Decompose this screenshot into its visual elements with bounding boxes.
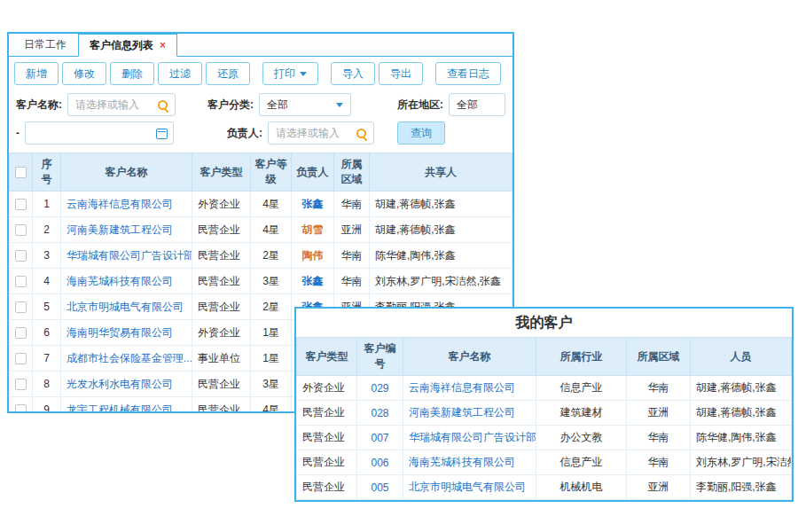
export-button[interactable]: 导出 [379,62,423,85]
table-row: 4海南芜城科技有限公司民营企业3星张鑫华南刘东林,罗广明,宋洁然,张鑫 [10,269,512,294]
row-checkbox[interactable] [15,327,27,339]
row-checkbox[interactable] [15,404,27,413]
cell-customer-code[interactable]: 007 [357,426,403,450]
cell-region: 亚洲 [627,401,691,426]
select-all-checkbox[interactable] [15,167,27,178]
button-label: 还原 [217,66,239,82]
cell-customer-name[interactable]: 海南芜城科技有限公司 [403,450,536,475]
button-label: 过滤 [169,66,191,82]
cell-customer-name[interactable]: 华瑞城有限公司广告设计部 [403,426,536,450]
cell-owner[interactable]: 胡雪 [292,217,334,243]
date-range-separator: - [16,127,20,139]
edit-button[interactable]: 修改 [62,62,106,85]
row-checkbox[interactable] [15,379,27,390]
cell-customer-name[interactable]: 海南芜城科技有限公司 [61,269,192,294]
row-checkbox[interactable] [15,301,27,313]
region-select[interactable]: 全部 [449,93,505,116]
cell-level: 2星 [251,243,292,269]
cell-customer-code[interactable]: 005 [357,475,403,500]
select-all-cell [10,153,33,192]
cell-level: 4星 [251,192,292,217]
table-row: 外资企业029云南海祥信息有限公司信息产业华南胡建,蒋德帧,张鑫 [297,376,792,401]
column-header: 人员 [691,338,792,376]
cell-customer-name[interactable]: 海南明华贸易有限公司 [61,320,192,346]
print-button[interactable]: 打印 [262,62,318,85]
toolbar: 新增 修改 删除 过滤 还原 打印 导入 导出 查看日志 [9,57,512,90]
cell-customer-name[interactable]: 河南美新建筑工程公司 [61,217,192,243]
category-label: 客户分类: [207,98,254,113]
add-button[interactable]: 新增 [14,62,59,85]
cell-industry: 机械机电 [536,475,627,500]
cell-index: 5 [33,294,61,320]
cell-level: 4星 [251,397,292,414]
calendar-icon[interactable] [156,129,168,139]
cell-owner[interactable]: 张鑫 [292,269,334,294]
close-icon[interactable]: × [160,40,166,51]
tab-daily-work[interactable]: 日常工作 [12,34,78,56]
query-button[interactable]: 查询 [397,121,445,145]
row-checkbox[interactable] [15,250,27,262]
cell-index: 6 [33,320,61,346]
table-row: 民营企业006海南芜城科技有限公司信息产业华南刘东林,罗广明,宋洁然... [297,450,792,475]
column-header: 所属区域 [334,153,370,192]
cell-shared: 胡建,蒋德帧,张鑫 [370,192,512,217]
table-row: 1云南海祥信息有限公司外资企业4星张鑫华南胡建,蒋德帧,张鑫 [10,192,512,217]
row-checkbox-cell [10,243,33,269]
table-row: 民营企业005北京市明城电气有限公司机械机电亚洲李勤丽,阳强,张鑫 [297,475,792,500]
table-row: 3华瑞城有限公司广告设计部民营企业2星陶伟华南陈华健,陶伟,张鑫 [10,243,512,269]
customer-name-input[interactable] [75,98,155,111]
cell-customer-name[interactable]: 云南海祥信息有限公司 [403,376,536,401]
chevron-down-icon [336,103,343,107]
column-header: 序号 [33,153,61,192]
cell-customer-type: 民营企业 [297,475,357,500]
row-checkbox[interactable] [15,276,27,287]
cell-customer-name[interactable]: 云南海祥信息有限公司 [61,192,192,217]
button-label: 删除 [121,66,143,82]
cell-customer-name[interactable]: 北京市明城电气有限公司 [61,294,192,320]
cell-customer-name[interactable]: 华瑞城有限公司广告设计部 [61,243,192,269]
cell-owner[interactable]: 陶伟 [292,243,334,269]
cell-customer-name[interactable]: 光发水利水电有限公司 [61,372,192,397]
owner-input[interactable] [276,127,354,139]
cell-customer-code[interactable]: 029 [357,376,403,401]
cell-owner[interactable]: 张鑫 [292,192,334,217]
filter-button[interactable]: 过滤 [158,62,202,85]
row-checkbox-cell [10,346,33,372]
table-row: 2河南美新建筑工程公司民营企业4星胡雪亚洲胡建,蒋德帧,张鑫 [10,217,512,243]
cell-customer-name[interactable]: 河南美新建筑工程公司 [403,401,536,426]
date-input[interactable] [33,127,153,139]
view-log-button[interactable]: 查看日志 [435,62,501,85]
cell-customer-type: 民营企业 [297,401,357,426]
cell-customer-code[interactable]: 006 [357,450,403,475]
my-customers-window: 我的客户 客户类型客户编号客户名称所属行业所属区域人员 外资企业029云南海祥信… [294,307,794,502]
owner-field [268,121,374,145]
cell-index: 8 [33,372,61,397]
cell-customer-code[interactable]: 028 [357,401,403,426]
cell-customer-name[interactable]: 成都市社会保险基金管理... [61,346,192,372]
customer-name-label: 客户名称: [16,98,62,113]
row-checkbox[interactable] [15,199,27,210]
cell-index: 9 [33,397,61,414]
cell-customer-name[interactable]: 龙宇工程机械有限公司 [61,397,192,414]
import-button[interactable]: 导入 [331,62,375,85]
row-checkbox[interactable] [15,353,27,364]
search-icon[interactable] [356,128,368,140]
table-row: 民营企业007华瑞城有限公司广告设计部办公文教华南陈华健,陶伟,张鑫 [297,426,792,450]
row-checkbox[interactable] [15,224,27,236]
restore-button[interactable]: 还原 [206,62,250,85]
cell-customer-name[interactable]: 北京市明城电气有限公司 [403,475,536,500]
cell-personnel: 陈华健,陶伟,张鑫 [691,426,792,450]
cell-customer-type: 外资企业 [297,376,357,401]
date-field [25,121,174,145]
cell-level: 2星 [251,294,292,320]
delete-button[interactable]: 删除 [110,62,154,85]
cell-level: 4星 [251,217,292,243]
category-select[interactable]: 全部 [259,93,351,116]
cell-region: 华南 [334,192,370,217]
cell-index: 1 [33,192,61,217]
cell-index: 7 [33,346,61,372]
tab-customer-list[interactable]: 客户信息列表 × [78,34,177,57]
cell-region: 华南 [334,269,370,294]
row-checkbox-cell [10,372,33,397]
search-icon[interactable] [157,99,169,112]
